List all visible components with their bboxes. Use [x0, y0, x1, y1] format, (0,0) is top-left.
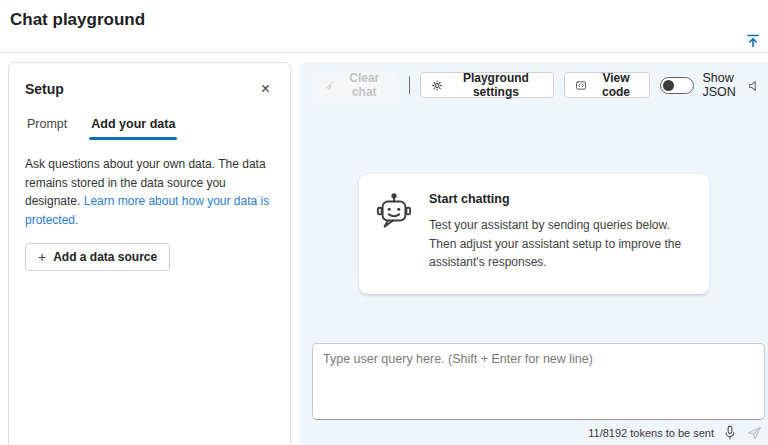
chat-area: Clear chat Playground settings	[300, 62, 768, 445]
setup-panel-title: Setup	[25, 81, 64, 97]
view-code-label: View code	[593, 71, 640, 99]
user-query-input[interactable]	[312, 343, 765, 420]
start-chatting-title: Start chatting	[429, 192, 693, 206]
show-json-toggle[interactable]	[660, 77, 694, 94]
playground-settings-button[interactable]: Playground settings	[420, 72, 553, 98]
chatbot-icon	[375, 192, 413, 232]
speaker-button[interactable]	[746, 78, 762, 97]
send-button[interactable]	[746, 425, 763, 441]
clear-chat-button[interactable]: Clear chat	[312, 72, 399, 98]
collapse-up-button[interactable]	[743, 31, 763, 51]
gear-icon	[431, 78, 443, 93]
start-chatting-body: Test your assistant by sending queries b…	[429, 216, 693, 272]
composer: 11/8192 tokens to be sent	[312, 343, 765, 445]
playground-settings-label: Playground settings	[449, 71, 542, 99]
toggle-knob	[663, 80, 674, 91]
chat-toolbar: Clear chat Playground settings	[300, 62, 768, 99]
clear-chat-label: Clear chat	[341, 71, 388, 99]
close-icon[interactable]: ×	[257, 79, 274, 99]
tab-prompt[interactable]: Prompt	[25, 113, 69, 140]
page-title: Chat playground	[10, 10, 145, 30]
broom-icon	[323, 78, 335, 93]
start-chatting-card: Start chatting Test your assistant by se…	[359, 174, 709, 294]
microphone-icon	[723, 425, 737, 441]
add-data-source-label: Add a data source	[53, 250, 157, 264]
speaker-icon	[746, 78, 762, 94]
plus-icon: +	[38, 250, 46, 264]
code-icon	[575, 78, 587, 93]
tab-add-your-data[interactable]: Add your data	[89, 113, 177, 140]
view-code-button[interactable]: View code	[564, 72, 651, 98]
toolbar-divider	[409, 76, 411, 94]
microphone-button[interactable]	[723, 425, 737, 441]
send-icon	[746, 425, 763, 441]
collapse-up-icon	[745, 33, 761, 49]
add-data-source-button[interactable]: + Add a data source	[25, 243, 170, 271]
token-count: 11/8192 tokens to be sent	[588, 427, 714, 439]
setup-panel: Setup × Prompt Add your data Ask questio…	[8, 62, 291, 445]
header-divider	[0, 52, 768, 53]
setup-description: Ask questions about your own data. The d…	[25, 155, 274, 229]
setup-tabs: Prompt Add your data	[25, 113, 274, 141]
